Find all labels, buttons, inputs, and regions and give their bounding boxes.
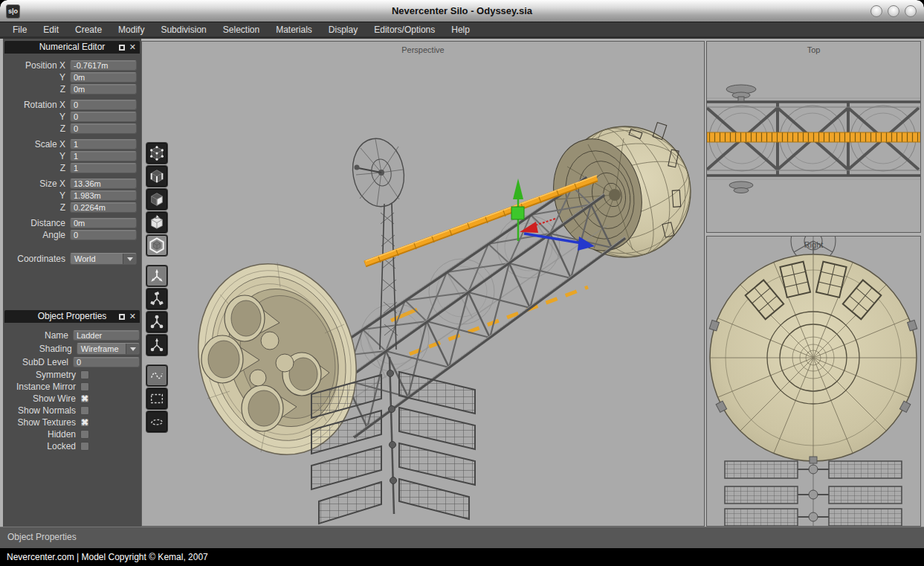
coordinates-dropdown[interactable]: World [70, 253, 137, 265]
size-z-field[interactable] [70, 202, 137, 213]
top-scene-canvas[interactable] [707, 42, 920, 232]
object-mode-icon [149, 214, 165, 231]
vertex-mode-button[interactable] [146, 143, 167, 164]
size-y-field[interactable] [70, 190, 137, 201]
numerical-editor-body: Position X Y Z Rotation X Y Z Scale X Y … [4, 54, 140, 266]
scale-x-field[interactable] [70, 139, 137, 149]
title-bar[interactable]: s|o Nevercenter Silo - Odyssey.sia [0, 0, 924, 22]
edge-mode-button[interactable] [146, 166, 167, 187]
scale-z-label: Z [4, 163, 65, 173]
status-bar: Object Properties [0, 527, 924, 548]
shading-label: Shading [4, 344, 72, 354]
dropdown-arrow-box [126, 344, 139, 354]
menu-editors-options[interactable]: Editors/Options [366, 22, 443, 38]
universal-tool-button[interactable] [146, 335, 167, 356]
face-mode-button[interactable] [146, 189, 167, 210]
subd-level-field[interactable] [73, 357, 140, 367]
show-wire-label: Show Wire [4, 393, 76, 404]
vertex-mode-icon [149, 145, 165, 161]
window-buttons [870, 5, 917, 17]
perspective-viewport[interactable]: Perspective [141, 41, 705, 527]
menu-selection[interactable]: Selection [215, 22, 268, 38]
panel-collapse-icon[interactable] [119, 314, 125, 320]
scale-tool-icon [149, 314, 165, 330]
panel-collapse-icon[interactable] [119, 45, 125, 51]
hidden-checkbox[interactable] [80, 430, 89, 439]
position-z-label: Z [4, 84, 65, 94]
menu-edit[interactable]: Edit [35, 22, 67, 38]
instance-mirror-checkbox[interactable] [80, 382, 89, 391]
solar-panels-right-view[interactable] [725, 461, 902, 526]
window-button-2[interactable] [888, 5, 899, 17]
shading-dropdown[interactable]: Wireframe [77, 343, 140, 355]
object-properties-header[interactable]: Object Properties [4, 310, 140, 323]
menu-subdivision[interactable]: Subdivision [152, 22, 214, 38]
app-window: s|o Nevercenter Silo - Odyssey.sia File … [0, 0, 924, 566]
size-y-label: Y [4, 190, 65, 201]
menu-help[interactable]: Help [443, 22, 478, 38]
perspective-scene-canvas[interactable] [142, 42, 704, 526]
selection-mode-group [146, 143, 167, 256]
paint-select-button[interactable] [146, 365, 167, 386]
shading-value: Wireframe [77, 344, 126, 355]
antenna-top-view[interactable] [726, 85, 756, 101]
window-button-1[interactable] [870, 5, 882, 17]
menu-materials[interactable]: Materials [268, 22, 320, 38]
main-content: Numerical Editor Position X Y Z Rotation… [0, 39, 924, 527]
credits-text: Nevercenter.com | Model Copyright © Kema… [7, 552, 208, 562]
numerical-editor-header[interactable]: Numerical Editor [4, 41, 140, 54]
rect-select-icon [149, 390, 165, 407]
command-sphere-right-view[interactable] [709, 254, 917, 463]
manipulator-group [146, 266, 167, 356]
hidden-label: Hidden [4, 429, 76, 440]
show-textures-checkbox[interactable]: ✖ [80, 418, 89, 427]
menu-file[interactable]: File [4, 22, 35, 38]
rotation-y-field[interactable] [70, 112, 137, 122]
position-z-field[interactable] [70, 84, 137, 94]
top-viewport[interactable]: Top [706, 41, 921, 233]
scale-z-field[interactable] [70, 163, 137, 173]
distance-field[interactable] [70, 218, 137, 228]
object-name-field[interactable] [73, 330, 140, 341]
subd-level-label: SubD Level [4, 357, 68, 367]
solar-pole-top-view[interactable] [729, 181, 753, 193]
rotation-z-field[interactable] [70, 123, 137, 134]
coordinates-label: Coordinates [4, 254, 65, 264]
show-normals-checkbox[interactable] [80, 406, 89, 415]
symmetry-checkbox[interactable] [80, 370, 89, 379]
scale-tool-button[interactable] [146, 312, 167, 332]
panel-close-icon[interactable] [129, 310, 136, 323]
perspective-viewport-label: Perspective [142, 45, 704, 54]
rotation-x-field[interactable] [70, 100, 137, 110]
rotation-x-label: Rotation X [4, 100, 65, 110]
size-x-field[interactable] [70, 179, 137, 189]
right-viewport[interactable]: Right [706, 236, 921, 527]
window-button-3[interactable] [905, 5, 917, 17]
move-tool-button[interactable] [146, 266, 167, 286]
ladder-top-view[interactable] [707, 132, 920, 142]
lasso-select-icon [149, 414, 165, 430]
position-x-field[interactable] [70, 60, 137, 71]
rotate-tool-button[interactable] [146, 289, 167, 309]
right-scene-canvas[interactable] [707, 237, 920, 526]
instance-mirror-label: Instance Mirror [4, 382, 76, 392]
show-wire-checkbox[interactable]: ✖ [80, 394, 89, 403]
rect-select-button[interactable] [146, 388, 167, 409]
position-y-label: Y [4, 72, 65, 83]
top-viewport-label: Top [707, 45, 920, 54]
locked-checkbox[interactable] [80, 442, 89, 451]
object-mode-button[interactable] [146, 212, 167, 233]
menu-modify[interactable]: Modify [110, 22, 152, 38]
viewport-toolbar [146, 143, 167, 442]
position-y-field[interactable] [70, 72, 137, 83]
menu-create[interactable]: Create [67, 22, 110, 38]
panel-close-icon[interactable] [129, 41, 136, 54]
multi-mode-button[interactable] [146, 235, 167, 256]
scale-y-field[interactable] [70, 151, 137, 161]
right-viewport-label: Right [707, 240, 920, 249]
menu-display[interactable]: Display [320, 22, 366, 38]
lasso-select-button[interactable] [146, 411, 167, 432]
edge-mode-icon [149, 168, 165, 184]
angle-field[interactable] [70, 230, 137, 240]
size-x-label: Size X [4, 179, 65, 189]
